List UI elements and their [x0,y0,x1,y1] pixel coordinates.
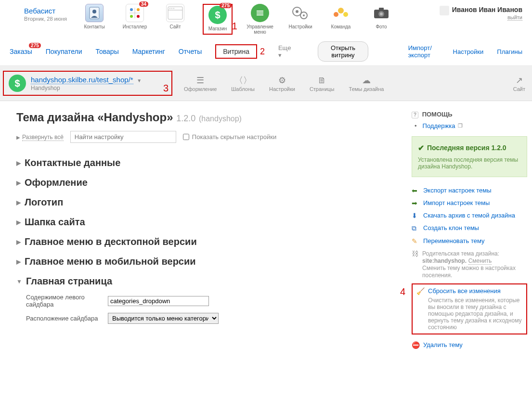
field-sidebar-position: Расположение сайдбара Выводится только м… [26,313,397,324]
svg-point-5 [137,15,140,18]
menu-settings[interactable]: Настройки [453,48,484,55]
clone-link[interactable]: ⧉ Создать клон темы [412,224,527,232]
app-team[interactable]: Команда [328,4,354,35]
installer-icon: 34 [126,4,144,22]
reset-description: Очистить все изменения, которые вы вноси… [428,297,522,331]
tab-themes[interactable]: ☁ Темы дизайна [349,75,384,92]
app-settings[interactable]: Настройки [287,4,313,35]
shop-menu: Заказы 275 Покупатели Товары Маркетинг О… [0,38,532,66]
import-link[interactable]: ➡ Импорт настроек темы [412,199,527,207]
arrow-right-icon: ➡ [412,199,419,207]
logout-link[interactable]: выйти [507,14,522,21]
section-header[interactable]: ▶Главное меню в мобильной версии [16,256,397,267]
sidebar-content-input[interactable] [108,296,209,306]
app-photo[interactable]: Фото [368,4,394,35]
section-header[interactable]: ▶Логотип [16,197,397,208]
chevron-down-icon: ▼ [137,78,142,83]
svg-point-3 [137,8,140,11]
orders-badge: 275 [29,43,41,48]
app-label: Сайт [169,24,181,29]
main-right: ? ПОМОЩЬ Поддержка ❐ ✔ Последняя версия … [412,111,527,354]
settings-icon [291,4,310,22]
app-label: Фото [376,24,387,29]
app-label: Контакты [84,24,104,29]
support-link[interactable]: Поддержка ❐ [415,122,527,129]
export-link[interactable]: ⬅ Экспорт настроек темы [412,187,527,194]
menu-orders[interactable]: Заказы 275 [10,48,32,55]
sidebar-position-select[interactable]: Выводится только меню категорий [108,313,219,324]
site-url[interactable]: handyshop.skilbe.ru/test_shop/* [31,76,133,84]
tab-templates[interactable]: 〈〉 Шаблоны [231,75,255,92]
shop-badge: 275 [220,3,232,8]
app-label: Управление меню [247,24,273,35]
brand-link[interactable]: Вебасист [24,7,55,15]
show-hidden-input[interactable] [183,134,189,140]
field-label: Содержимое левого сайдбара [26,294,108,308]
app-installer[interactable]: 34 Инсталлер [122,4,148,35]
section-header[interactable]: ▶Главное меню в десктопной версии [16,236,397,247]
annotation-box-1: $ 275 Магазин 1 [203,4,233,35]
menu-customers[interactable]: Покупатели [46,48,82,55]
rename-link[interactable]: ✎ Переименовать тему [412,237,527,245]
app-contacts[interactable]: Контакты [81,4,107,35]
annotation-3: 3 [163,83,169,94]
field-label: Расположение сайдбара [26,315,108,322]
app-label: Настройки [288,24,312,29]
tab-pages[interactable]: 🗎 Страницы [310,75,335,92]
site-selector[interactable]: $ handyshop.skilbe.ru/test_shop/* ▼ Hand… [3,71,172,96]
svg-point-12 [173,8,174,9]
clone-icon: ⧉ [412,224,419,232]
download-link[interactable]: ⬇ Скачать архив с темой дизайна [412,212,527,219]
change-parent-link[interactable]: Сменить [468,257,492,265]
menu-reports[interactable]: Отчеты [179,48,202,55]
help-heading: ? ПОМОЩЬ [412,111,527,118]
link-icon: ⛓ [412,250,418,257]
app-label: Магазин [208,26,227,31]
section-header[interactable]: ▼Главная страница [16,276,397,287]
gear-icon: ⚙ [276,75,288,86]
menu-storefront[interactable]: Витрина [215,44,257,59]
section-menu-mobile: ▶Главное меню в мобильной версии [16,256,397,267]
menu-import-export[interactable]: Импорт/экспорт [408,44,440,59]
top-header: Вебасист Вторник, 28 июня Контакты 34 Ин… [0,0,532,35]
code-icon: 〈〉 [237,75,249,86]
search-setting-input[interactable] [70,131,176,143]
tab-settings[interactable]: ⚙ Настройки [269,75,295,92]
expand-all[interactable]: ▶Развернуть всё [16,133,64,141]
user-name[interactable]: Иванов Иван Иванов [452,6,522,13]
broom-icon: 🧹 [416,287,424,295]
svg-point-21 [334,12,338,17]
storefront-toolbar: $ handyshop.skilbe.ru/test_shop/* ▼ Hand… [0,66,532,101]
annotation-box-4: 4 🧹 Сбросить все изменения Очистить все … [412,283,527,334]
tab-site[interactable]: ↗ Сайт [513,75,525,92]
open-storefront-button[interactable]: Открыть витрину [318,41,368,62]
delete-link[interactable]: ⛔ Удалить тему [412,341,527,349]
section-header[interactable]: ▶Шапка сайта [16,217,397,228]
app-label: Команда [331,24,351,29]
app-shop[interactable]: $ 275 Магазин [205,6,231,31]
app-icons: Контакты 34 Инсталлер Сайт $ 275 Магазин… [81,4,394,35]
menu-marketing[interactable]: Маркетинг [132,48,165,55]
controls-row: ▶Развернуть всё Показать скрытые настрой… [16,131,397,143]
section-menu-desktop: ▶Главное меню в десктопной версии [16,236,397,247]
menu-more[interactable]: Еще ▾ [278,44,291,59]
app-menu-mgmt[interactable]: Управление меню [247,4,273,35]
arrow-left-icon: ⬅ [412,187,419,194]
svg-point-26 [380,13,383,15]
tab-design[interactable]: ☰ Оформление [184,75,217,92]
page-title: Тема дизайна «Handyshop» 1.2.0 (handysho… [16,111,397,124]
menu-products[interactable]: Товары [96,48,119,55]
reset-link[interactable]: 🧹 Сбросить все изменения [416,287,522,295]
external-icon: ↗ [513,75,525,86]
dollar-icon: $ [9,75,26,92]
section-header[interactable]: ▶Контактные данные [16,157,397,168]
section-logo: ▶Логотип [16,197,397,208]
svg-point-22 [343,12,348,17]
app-site[interactable]: Сайт [162,4,188,35]
minus-icon: ⛔ [412,341,419,349]
photo-icon [372,4,390,22]
installer-badge: 34 [139,1,148,7]
show-hidden-checkbox[interactable]: Показать скрытые настройки [183,133,276,141]
section-header[interactable]: ▶Оформление [16,177,397,188]
menu-plugins[interactable]: Плагины [497,48,522,55]
